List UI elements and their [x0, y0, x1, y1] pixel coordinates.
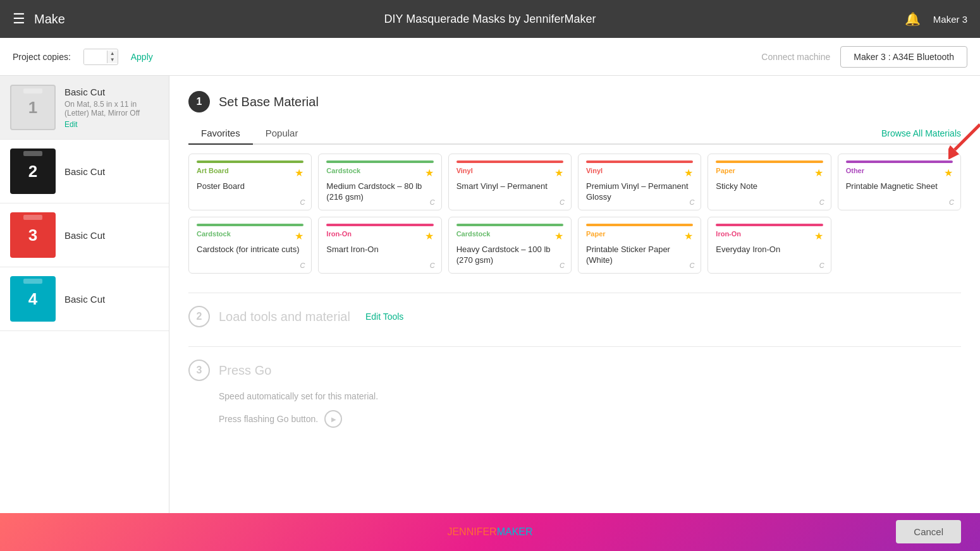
play-icon: ▶	[324, 410, 342, 428]
edit-c: C	[430, 198, 435, 206]
star-icon[interactable]: ★	[425, 167, 434, 179]
copies-input[interactable]	[84, 49, 107, 64]
sidebar-item-4[interactable]: 4 Basic Cut	[0, 267, 169, 331]
material-name: Printable Magnetic Sheet	[846, 181, 953, 192]
sidebar-item-1-title: Basic Cut	[64, 87, 159, 97]
sidebar-item-3-info: Basic Cut	[64, 230, 159, 241]
color-bar	[586, 160, 693, 163]
jennifer-text: JENNIFER	[447, 526, 496, 537]
star-icon[interactable]: ★	[814, 167, 823, 179]
tab-popular[interactable]: Popular	[253, 123, 311, 145]
material-card-medium-cardstock[interactable]: Cardstock ★ Medium Cardstock – 80 lb (21…	[318, 154, 441, 210]
machine-button[interactable]: Maker 3 : A34E Bluetooth	[840, 46, 967, 68]
connect-label: Connect machine	[761, 52, 830, 62]
step-2-title: Load tools and material	[219, 310, 350, 324]
browse-all-link[interactable]: Browse All Materials	[881, 123, 961, 143]
star-icon[interactable]: ★	[425, 230, 434, 242]
star-icon[interactable]: ★	[944, 167, 953, 179]
sidebar-item-2[interactable]: 2 Basic Cut	[0, 140, 169, 203]
star-icon[interactable]: ★	[295, 230, 303, 242]
material-name: Heavy Cardstock – 100 lb (270 gsm)	[456, 245, 563, 266]
edit-c: C	[300, 198, 305, 206]
material-card-sticker-paper[interactable]: Paper ★ Printable Sticker Paper (White) …	[578, 217, 701, 274]
material-card-smart-ironon[interactable]: Iron-On ★ Smart Iron-On C	[318, 217, 441, 274]
card-top: Vinyl ★	[456, 167, 563, 179]
category-label: Cardstock	[326, 167, 360, 174]
mat-thumb-2: 2	[10, 148, 56, 194]
materials-grid-row2: Cardstock ★ Cardstock (for intricate cut…	[188, 217, 961, 274]
step-1-header: 1 Set Base Material	[188, 91, 961, 112]
card-top: Cardstock ★	[456, 230, 563, 242]
material-card-magnetic-sheet[interactable]: Other ★ Printable Magnetic Sheet C	[838, 154, 961, 210]
sidebar-item-1-sub: On Mat, 8.5 in x 11 in (Letter) Mat, Mir…	[64, 100, 159, 118]
material-name: Everyday Iron-On	[716, 245, 823, 255]
card-top: Paper ★	[716, 167, 823, 179]
star-icon[interactable]: ★	[684, 230, 693, 242]
material-tabs-row: Favorites Popular Browse All Materials	[188, 123, 961, 145]
step-3-header: 3 Press Go	[188, 360, 961, 381]
material-card-premium-vinyl[interactable]: Vinyl ★ Premium Vinyl – Permanent Glossy…	[578, 154, 701, 210]
tab-favorites[interactable]: Favorites	[188, 123, 253, 145]
bottom-bar: JENNIFERMAKER	[0, 513, 980, 551]
project-copies-label: Project copies:	[13, 52, 71, 62]
material-card-poster-board[interactable]: Art Board ★ Poster Board C	[188, 154, 312, 210]
edit-c: C	[949, 198, 954, 206]
color-bar	[197, 160, 303, 163]
color-bar	[456, 224, 563, 226]
sidebar-item-3-title: Basic Cut	[64, 230, 159, 241]
color-bar	[326, 160, 433, 163]
topbar: ☰ Make DIY Masquerade Masks by JenniferM…	[0, 0, 980, 38]
step-1-circle: 1	[188, 91, 210, 112]
category-label: Cardstock	[456, 230, 491, 238]
copies-up-arrow[interactable]: ▲	[107, 51, 118, 57]
material-name: Premium Vinyl – Permanent Glossy	[586, 181, 693, 203]
star-icon[interactable]: ★	[554, 167, 563, 179]
material-card-heavy-cardstock[interactable]: Cardstock ★ Heavy Cardstock – 100 lb (27…	[448, 217, 572, 274]
edit-tools-link[interactable]: Edit Tools	[365, 312, 403, 322]
category-label: Art Board	[197, 167, 229, 174]
content-area: 1 Set Base Material Favorites Popular Br…	[169, 76, 980, 551]
edit-c: C	[689, 262, 694, 269]
sidebar-item-1[interactable]: 1 Basic Cut On Mat, 8.5 in x 11 in (Lett…	[0, 76, 169, 140]
edit-c: C	[819, 198, 824, 206]
sidebar-item-3[interactable]: 3 Basic Cut	[0, 203, 169, 267]
color-bar	[846, 160, 953, 163]
step-3-title: Press Go	[219, 363, 271, 378]
material-card-intricate-cardstock[interactable]: Cardstock ★ Cardstock (for intricate cut…	[188, 217, 312, 274]
edit-c: C	[560, 262, 565, 269]
step-1-section: 1 Set Base Material Favorites Popular Br…	[188, 91, 961, 274]
material-name: Poster Board	[197, 181, 303, 192]
apply-button[interactable]: Apply	[131, 52, 153, 62]
star-icon[interactable]: ★	[684, 167, 693, 179]
mat-thumb-3: 3	[10, 212, 56, 258]
step-2-header: 2 Load tools and material Edit Tools	[188, 306, 961, 327]
color-bar	[456, 160, 563, 163]
material-card-sticky-note[interactable]: Paper ★ Sticky Note C	[707, 154, 831, 210]
star-icon[interactable]: ★	[295, 167, 303, 179]
material-card-everyday-ironon[interactable]: Iron-On ★ Everyday Iron-On C	[707, 217, 831, 274]
edit-c: C	[560, 198, 565, 206]
menu-icon[interactable]: ☰	[13, 11, 25, 27]
cancel-button[interactable]: Cancel	[896, 520, 961, 543]
sidebar-item-1-info: Basic Cut On Mat, 8.5 in x 11 in (Letter…	[64, 87, 159, 129]
bell-icon[interactable]: 🔔	[905, 11, 921, 27]
sidebar-item-4-info: Basic Cut	[64, 294, 159, 305]
star-icon[interactable]: ★	[814, 230, 823, 242]
material-name: Cardstock (for intricate cuts)	[197, 245, 303, 255]
card-top: Iron-On ★	[326, 230, 433, 242]
step-2-circle: 2	[188, 306, 210, 327]
step-3-circle: 3	[188, 360, 210, 381]
sidebar-item-1-edit[interactable]: Edit	[64, 120, 159, 129]
category-label: Vinyl	[586, 167, 603, 174]
jennifer-maker-logo: JENNIFERMAKER	[447, 526, 532, 538]
edit-c: C	[430, 262, 435, 269]
star-icon[interactable]: ★	[554, 230, 563, 242]
copies-down-arrow[interactable]: ▼	[107, 57, 118, 63]
material-name: Printable Sticker Paper (White)	[586, 245, 693, 266]
materials-grid-row1: Art Board ★ Poster Board C Cardstock ★ M…	[188, 154, 961, 210]
category-label: Iron-On	[716, 230, 741, 238]
sidebar: 1 Basic Cut On Mat, 8.5 in x 11 in (Lett…	[0, 76, 169, 551]
connect-section: Connect machine Maker 3 : A34E Bluetooth	[761, 46, 967, 68]
card-top: Cardstock ★	[197, 230, 303, 242]
material-card-smart-vinyl[interactable]: Vinyl ★ Smart Vinyl – Permanent C	[448, 154, 572, 210]
